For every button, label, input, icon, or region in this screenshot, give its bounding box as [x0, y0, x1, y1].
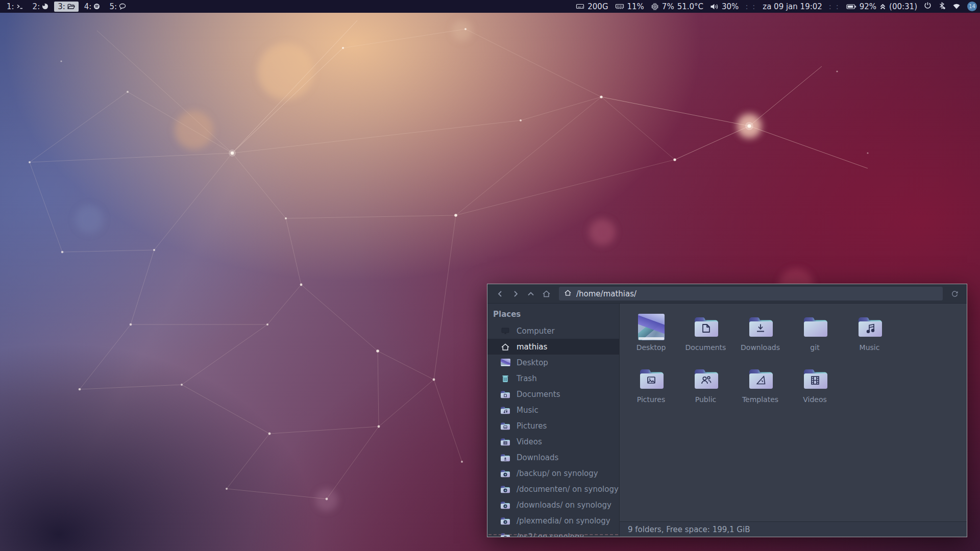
- workspace-label: 5:: [109, 2, 117, 11]
- battery-status: 92% (00:31): [846, 2, 917, 11]
- sidebar-item-computer[interactable]: Computer: [487, 323, 619, 339]
- folder-videos-icon: [802, 367, 828, 392]
- sidebar-item-pictures[interactable]: Pictures: [487, 418, 619, 434]
- up-button[interactable]: [524, 287, 537, 300]
- workspace-5-chat[interactable]: 5:: [106, 2, 130, 12]
- workspace-switcher: 1: 2: 3: 4: 5:: [3, 2, 130, 12]
- folder-templates-icon: [748, 367, 773, 392]
- sidebar-item-music[interactable]: Music: [487, 402, 619, 418]
- path-bar[interactable]: /home/mathias/: [559, 287, 943, 300]
- disk-status: 200G: [576, 2, 608, 11]
- workspace-label: 4:: [84, 2, 92, 11]
- computer-icon: [500, 327, 511, 335]
- chat-icon: [119, 3, 126, 10]
- folder-videos[interactable]: Videos: [788, 363, 842, 415]
- folder-pictures[interactable]: Pictures: [624, 363, 678, 415]
- file-grid: Desktop Documents Downloads git Music: [620, 304, 967, 521]
- folder-videos-icon: [500, 438, 511, 446]
- tray-notification-badge[interactable]: 14: [967, 2, 977, 11]
- trash-icon: [500, 374, 511, 383]
- sidebar-item-plexmedia-synology[interactable]: /plexmedia/ on synology: [487, 513, 619, 529]
- cpu-icon: [651, 3, 659, 11]
- terminal-icon: [16, 4, 23, 10]
- status-bar: 200G 11% 7% 51.0°C 30% : : za 09 jan 19:…: [576, 2, 977, 12]
- sidebar-item-desktop[interactable]: Desktop: [487, 355, 619, 370]
- speaker-icon: [710, 3, 719, 10]
- folder-remote-icon: [500, 501, 511, 509]
- home-icon: [564, 289, 572, 298]
- folder-music-icon: [857, 315, 883, 340]
- folder-git[interactable]: git: [788, 311, 842, 363]
- sidebar-item-downloads-synology[interactable]: /downloads/ on synology: [487, 497, 619, 513]
- sidebar-item-downloads[interactable]: Downloads: [487, 449, 619, 465]
- back-button[interactable]: [494, 287, 507, 300]
- folder-desktop[interactable]: Desktop: [624, 311, 678, 363]
- workspace-1-terminal[interactable]: 1:: [3, 2, 27, 12]
- memory-value: 11%: [627, 2, 644, 11]
- home-button[interactable]: [540, 287, 553, 300]
- ram-icon: [615, 3, 624, 10]
- folder-public-icon: [693, 367, 719, 392]
- workspace-2-browser[interactable]: 2:: [29, 2, 53, 12]
- toolbar: /home/mathias/: [487, 284, 967, 304]
- sidebar-item-documents[interactable]: Documents: [487, 386, 619, 402]
- workspace-label: 3:: [58, 2, 65, 11]
- folder-downloads-icon: [748, 315, 773, 340]
- folder-remote-icon: [500, 517, 511, 525]
- sidebar-item-backup-synology[interactable]: /backup/ on synology: [487, 465, 619, 481]
- window-statusbar: 9 folders, Free space: 199,1 GiB: [620, 521, 967, 537]
- volume-value: 30%: [722, 2, 739, 11]
- folder-plain-icon: [802, 315, 828, 340]
- cpu-value: 7%: [662, 2, 674, 11]
- volume-status: 30%: [710, 2, 739, 11]
- sidebar-item-ns2-synology[interactable]: /ns2/ on synology: [487, 529, 619, 537]
- home-icon: [500, 343, 511, 351]
- battery-value: 92%: [860, 2, 876, 11]
- desktop-wallpaper-thumbnail-icon: [638, 314, 665, 340]
- battery-icon: [846, 4, 856, 10]
- separator: : :: [829, 2, 840, 11]
- folder-public[interactable]: Public: [678, 363, 733, 415]
- sidebar-item-documenten-synology[interactable]: /documenten/ on synology: [487, 481, 619, 497]
- folder-pictures-icon: [500, 422, 511, 430]
- power-icon[interactable]: [924, 2, 932, 11]
- battery-time: (00:31): [889, 2, 917, 11]
- topbar: 1: 2: 3: 4: 5: 200G 11%: [0, 0, 980, 13]
- cpu-temp-value: 51.0°C: [677, 2, 703, 11]
- status-text: 9 folders, Free space: 199,1 GiB: [628, 525, 750, 534]
- spotify-icon: [93, 3, 100, 10]
- workspace-label: 2:: [33, 2, 40, 11]
- places-header: Places: [487, 308, 619, 323]
- folder-music-icon: [500, 406, 511, 414]
- folder-pictures-icon: [639, 367, 664, 392]
- browser-icon: [42, 3, 48, 10]
- workspace-label: 1:: [7, 2, 14, 11]
- sidebar-item-trash[interactable]: Trash: [487, 370, 619, 386]
- files-icon: [67, 4, 75, 10]
- refresh-button[interactable]: [948, 288, 961, 300]
- file-view: Desktop Documents Downloads git Music: [620, 304, 967, 537]
- bluetooth-icon[interactable]: [938, 2, 946, 12]
- charging-icon: [879, 3, 886, 10]
- workspace-4-spotify[interactable]: 4:: [81, 2, 104, 12]
- disk-icon: [576, 3, 584, 10]
- folder-documents[interactable]: Documents: [678, 311, 733, 363]
- window-content: Places Computer mathias Desktop Trash Do…: [487, 304, 967, 537]
- places-sidebar: Places Computer mathias Desktop Trash Do…: [487, 304, 620, 537]
- clock: za 09 jan 19:02: [763, 2, 822, 11]
- sidebar-item-mathias[interactable]: mathias: [487, 339, 619, 355]
- folder-music[interactable]: Music: [842, 311, 897, 363]
- folder-remote-icon: [500, 469, 511, 478]
- workspace-3-files[interactable]: 3:: [54, 2, 79, 12]
- wifi-icon[interactable]: [952, 2, 961, 11]
- path-text: /home/mathias/: [576, 289, 636, 298]
- folder-remote-icon: [500, 533, 511, 537]
- folder-downloads[interactable]: Downloads: [733, 311, 788, 363]
- folder-templates[interactable]: Templates: [733, 363, 788, 415]
- sidebar-item-videos[interactable]: Videos: [487, 434, 619, 449]
- cpu-status: 7% 51.0°C: [651, 2, 703, 11]
- forward-button[interactable]: [509, 287, 522, 300]
- memory-status: 11%: [615, 2, 644, 11]
- folder-remote-icon: [500, 485, 511, 493]
- folder-documents-icon: [693, 315, 719, 340]
